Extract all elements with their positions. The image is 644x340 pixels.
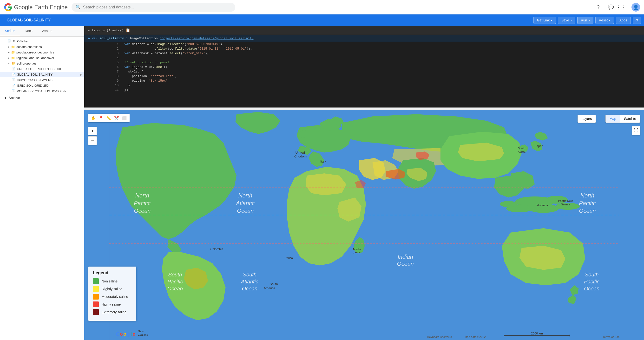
tab-assets[interactable]: Assets <box>37 26 57 36</box>
run-script-icon[interactable]: ▶ <box>80 73 82 76</box>
svg-text:Papua New: Papua New <box>558 199 573 202</box>
folder-icon: 📁 <box>11 45 15 49</box>
header: Google Earth Engine 🔍 ? 💬 ⋮⋮⋮ 👤 <box>0 0 644 14</box>
svg-text:Ocean: Ocean <box>397 261 414 267</box>
resize-handle[interactable]: · · · · · <box>84 108 644 110</box>
legend-item-moderately-saline: Moderately saline <box>93 294 132 300</box>
svg-text:Korea: Korea <box>518 150 526 154</box>
svg-text:Ocean: Ocean <box>168 286 183 292</box>
code-line-5: 5 // set position of panel <box>84 60 644 65</box>
app-logo: Google Earth Engine <box>4 3 68 12</box>
hand-tool[interactable]: ✋ <box>90 114 97 121</box>
map-type-satellite-button[interactable]: Satellite <box>620 115 640 122</box>
notifications-icon[interactable]: 💬 <box>606 3 615 12</box>
svg-text:Ocean: Ocean <box>242 286 258 292</box>
code-line-1: 1 var dataset = ee.ImageCollection('MODI… <box>84 42 644 46</box>
tree-item-oceans-shorelines[interactable]: ▶ 📁 oceans-shorelines <box>0 44 84 50</box>
reset-button[interactable]: Reset ▾ <box>595 16 614 24</box>
svg-text:Zealand: Zealand <box>138 333 148 336</box>
search-input[interactable] <box>83 5 232 10</box>
rect-tool[interactable]: ⬜ <box>121 114 128 121</box>
svg-text:North: North <box>580 192 594 199</box>
tree-item-global-soil-salinity[interactable]: 📄 GLOBAL-SOIL-SALINITY ▶ <box>0 72 84 77</box>
tree-item-crsl[interactable]: 📄 CRSL-SOIL-PROPERTIES-800 <box>0 66 84 72</box>
world-map: North Pacific Ocean North Atlantic Ocean… <box>84 110 644 340</box>
svg-text:2000 km: 2000 km <box>531 332 543 335</box>
map-container: North Pacific Ocean North Atlantic Ocean… <box>84 110 644 340</box>
svg-text:Kingdom: Kingdom <box>294 154 306 158</box>
svg-text:United: United <box>295 151 305 154</box>
script-title: GLOBAL-SOIL-SALINITY <box>3 18 532 22</box>
svg-text:g: g <box>127 331 130 337</box>
code-line-7: 7 style: { <box>84 69 644 74</box>
sidebar: Scripts Docs Assets 📄 GLOBathy ▶ 📁 ocean… <box>0 26 84 340</box>
shape-tool[interactable]: ✂️ <box>113 114 120 121</box>
svg-text:Colombia: Colombia <box>210 247 224 251</box>
line-tool[interactable]: 📏 <box>106 114 112 121</box>
user-avatar[interactable]: 👤 <box>632 3 640 12</box>
svg-text:Terms of Use: Terms of Use <box>603 335 620 338</box>
file-icon: 📄 <box>12 73 16 76</box>
search-icon: 🔍 <box>76 4 81 10</box>
svg-text:South: South <box>585 272 599 278</box>
map-type-map-button[interactable]: Map <box>606 115 620 122</box>
sidebar-tree: 📄 GLOBathy ▶ 📁 oceans-shorelines ▶ 📁 pop… <box>0 36 84 104</box>
folder-icon: 📁 <box>11 50 15 54</box>
layers-button[interactable]: Layers <box>578 114 596 123</box>
var-line: ▶ var soil_salinity : ImageCollection pr… <box>84 35 644 42</box>
svg-point-6 <box>500 201 517 207</box>
tree-item-population[interactable]: ▶ 📁 population-socioeconomics <box>0 50 84 55</box>
folder-arrow-icon: ▼ <box>8 62 10 65</box>
svg-text:South: South <box>270 282 278 286</box>
svg-text:Italy: Italy <box>320 160 326 163</box>
folder-icon: 📁 <box>11 56 15 60</box>
archive-section[interactable]: ▼ Archive <box>0 94 84 102</box>
tab-scripts[interactable]: Scripts <box>0 26 20 36</box>
tab-docs[interactable]: Docs <box>20 26 37 36</box>
legend-item-slightly-saline: Slightly saline <box>93 286 132 292</box>
svg-text:e: e <box>133 331 135 337</box>
svg-text:Keyboard shortcuts: Keyboard shortcuts <box>427 335 452 338</box>
fullscreen-button[interactable] <box>632 126 640 135</box>
zoom-in-button[interactable]: + <box>88 127 97 135</box>
tree-item-hihydro[interactable]: 📄 HiHYDRO-SOIL-LAYERS <box>0 77 84 83</box>
svg-text:Africa: Africa <box>286 256 293 260</box>
legend-swatch-highly-saline <box>93 302 99 307</box>
file-icon: 📄 <box>12 84 16 88</box>
grid-icon[interactable]: ⋮⋮⋮ <box>619 3 628 12</box>
code-editor[interactable]: ▶ Imports (1 entry) 📋 ▶ var soil_salinit… <box>84 26 644 108</box>
map-toolbar: ✋ 📍 📏 ✂️ ⬜ <box>88 114 130 122</box>
run-button[interactable]: Run ▾ <box>577 16 594 24</box>
toolbar: GLOBAL-SOIL-SALINITY Get Link ▾ Save ▾ R… <box>0 14 644 26</box>
svg-text:Indonesia: Indonesia <box>535 204 548 207</box>
tree-item-globathy[interactable]: 📄 GLOBathy <box>0 38 84 44</box>
tree-item-soil-properties[interactable]: ▼ 📂 soil-properties <box>0 61 84 66</box>
svg-text:Guinea: Guinea <box>561 203 570 206</box>
zoom-out-button[interactable]: − <box>88 136 97 145</box>
help-icon[interactable]: ? <box>594 3 602 12</box>
legend-item-extremely-saline: Extremely saline <box>93 309 132 315</box>
google-logo-icon <box>4 3 12 12</box>
get-link-button[interactable]: Get Link ▾ <box>534 16 556 24</box>
svg-text:Pacific: Pacific <box>579 200 596 206</box>
folder-open-icon: 📂 <box>12 62 16 65</box>
file-icon: 📄 <box>12 78 16 82</box>
search-bar[interactable]: 🔍 <box>72 3 235 12</box>
svg-text:Mada-: Mada- <box>353 248 361 251</box>
legend-swatch-moderately-saline <box>93 294 99 300</box>
apps-button[interactable]: Apps <box>616 16 631 24</box>
folder-arrow-icon: ▶ <box>8 46 10 48</box>
save-button[interactable]: Save ▾ <box>558 16 575 24</box>
legend-title: Legend <box>93 270 132 276</box>
code-line-3: 3 var waterMask = dataset.select('water_… <box>84 51 644 56</box>
settings-button[interactable]: ⚙ <box>633 16 641 24</box>
code-line-2: 2 .filter(ee.Filter.date('2015-01-01', '… <box>84 46 644 51</box>
code-line-8: 8 position: 'bottom-left', <box>84 74 644 78</box>
tree-item-isric[interactable]: 📄 ISRIC-SOIL-GRID-250 <box>0 83 84 88</box>
svg-text:Indian: Indian <box>398 254 413 260</box>
tree-item-landuse[interactable]: ▶ 📁 regional-landuse-landcover <box>0 55 84 61</box>
tree-item-polaris[interactable]: 📄 POLARIS-PROBABILISTIC-SOIL-P... <box>0 88 84 94</box>
legend-item-highly-saline: Highly saline <box>93 302 132 307</box>
code-line-11: 11 }); <box>84 88 644 92</box>
point-tool[interactable]: 📍 <box>98 114 104 121</box>
